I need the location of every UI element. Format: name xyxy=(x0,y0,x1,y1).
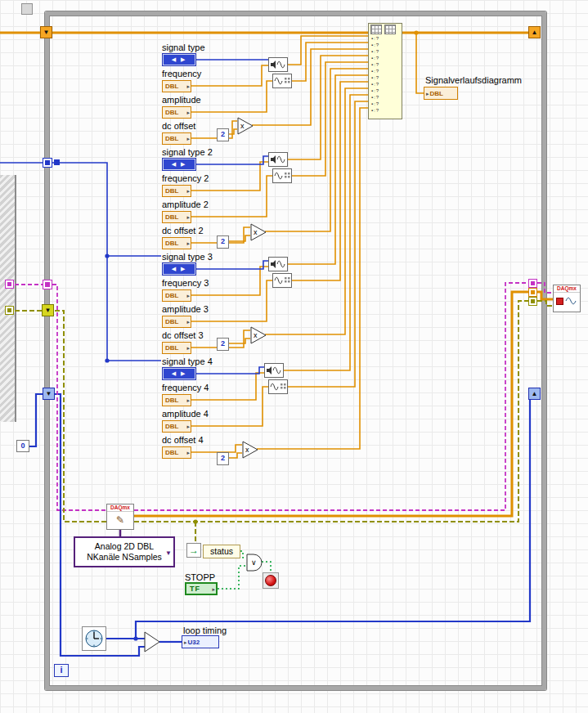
merge-signals-node[interactable] xyxy=(368,23,402,119)
waveform-icon xyxy=(565,296,578,306)
svg-text:x: x xyxy=(254,331,258,339)
error-tunnel[interactable] xyxy=(5,306,14,315)
tick-count-clock[interactable] xyxy=(82,626,106,651)
merge-input-row[interactable] xyxy=(369,81,402,87)
frequency-label: frequency 2 xyxy=(162,173,209,183)
red-square-icon xyxy=(556,298,563,305)
shift-register-right-data[interactable]: ▲ xyxy=(528,26,541,38)
sr-down-icon: ▼ xyxy=(43,29,50,36)
terminal-arrow-icon: ▸ xyxy=(186,345,190,351)
terminal-arrow-icon: ▸ xyxy=(186,136,190,141)
numeric-constant[interactable]: 2 xyxy=(217,452,229,465)
merge-input-row[interactable] xyxy=(369,55,402,61)
task-tunnel[interactable] xyxy=(5,280,14,289)
shift-register-left-timing[interactable]: ▼ xyxy=(43,388,55,400)
loop-condition-terminal[interactable] xyxy=(263,572,279,589)
structure-fragment xyxy=(21,3,33,15)
amplitude-terminal[interactable]: DBL▸ xyxy=(162,211,191,223)
simulate-signal-icon[interactable] xyxy=(268,257,288,271)
chart-terminal[interactable]: ▸DBL xyxy=(424,87,458,100)
simulate-signal-icon[interactable] xyxy=(268,57,288,72)
dc-offset-terminal[interactable]: DBL▸ xyxy=(162,446,191,459)
amplitude-terminal[interactable]: DBL▸ xyxy=(162,420,191,433)
simulate-signal-icon[interactable] xyxy=(272,273,292,288)
dc-offset-terminal[interactable]: DBL▸ xyxy=(162,237,191,249)
sr-up-icon: ▲ xyxy=(532,29,538,36)
signal-type-label: signal type 3 xyxy=(162,252,213,262)
init-constant[interactable]: 0 xyxy=(16,440,29,452)
merge-input-row[interactable] xyxy=(369,101,402,107)
enum-arrows-icon: ◀ ▶ xyxy=(164,159,195,169)
merge-input-row[interactable] xyxy=(369,74,402,81)
frequency-terminal[interactable]: DBL▸ xyxy=(162,185,191,197)
merge-input-row[interactable] xyxy=(369,42,402,48)
iteration-terminal[interactable]: i xyxy=(54,664,69,677)
merge-input-row[interactable] xyxy=(369,87,402,94)
error-tunnel-right[interactable] xyxy=(528,297,537,306)
frequency-terminal[interactable]: DBL▸ xyxy=(162,80,191,92)
amplitude-label: amplitude 4 xyxy=(162,409,209,419)
sr-up-icon: ▲ xyxy=(532,391,538,397)
simulate-signal-icon[interactable] xyxy=(272,168,292,183)
error-status-node[interactable]: → xyxy=(186,543,201,558)
terminal-arrow-icon: ▸ xyxy=(186,397,190,403)
multiply-node[interactable]: x xyxy=(237,117,254,135)
adjacent-structure[interactable] xyxy=(0,175,16,422)
stop-boolean-terminal[interactable]: TF▸ xyxy=(185,582,218,595)
simulate-signal-icon[interactable] xyxy=(268,152,288,167)
merge-input-row[interactable] xyxy=(369,107,402,114)
daqmx-read-node[interactable]: DAQmx ✎ xyxy=(106,504,134,530)
shift-register-left-error[interactable]: ▼ xyxy=(42,304,54,316)
data-tunnel-right[interactable] xyxy=(528,288,537,297)
daqmx-instance-selector[interactable]: Analog 2D DBL NKanäle NSamples ▼ xyxy=(74,536,175,567)
frequency-terminal[interactable]: DBL▸ xyxy=(162,289,191,302)
amplitude-terminal[interactable]: DBL▸ xyxy=(162,316,191,328)
merge-input-row[interactable] xyxy=(369,68,402,74)
while-loop[interactable] xyxy=(45,11,546,690)
subtract-node[interactable] xyxy=(143,630,163,653)
simulate-signal-icon[interactable] xyxy=(268,379,288,394)
shift-register-left-data[interactable]: ▼ xyxy=(40,26,52,38)
merge-input-row[interactable] xyxy=(369,48,402,55)
task-tunnel-right[interactable] xyxy=(528,279,537,288)
signal-type-terminal[interactable]: ◀ ▶ xyxy=(162,367,196,380)
task-tunnel-left[interactable] xyxy=(43,280,52,289)
signal-type-label: signal type 2 xyxy=(162,147,213,157)
daqmx-write-node[interactable]: DAQmx xyxy=(553,285,581,312)
frequency-label: frequency 3 xyxy=(162,278,209,288)
dc-offset-terminal[interactable]: DBL▸ xyxy=(162,342,191,354)
signal-type-terminal[interactable]: ◀ ▶ xyxy=(162,53,196,66)
dc-offset-label: dc offset 2 xyxy=(162,226,204,235)
terminal-arrow-icon: ▸ xyxy=(186,293,190,298)
numeric-constant[interactable]: 2 xyxy=(217,235,229,249)
merge-input-row[interactable] xyxy=(369,35,402,42)
simulate-signal-icon[interactable] xyxy=(272,74,292,88)
signal-type-terminal[interactable]: ◀ ▶ xyxy=(162,262,196,276)
signal-type-tunnel[interactable] xyxy=(43,158,52,168)
amplitude-terminal[interactable]: DBL▸ xyxy=(162,106,191,119)
enum-arrows-icon: ◀ ▶ xyxy=(164,369,195,379)
signal-type-terminal[interactable]: ◀ ▶ xyxy=(162,158,196,171)
merge-input-row[interactable] xyxy=(369,94,402,101)
multiply-node[interactable]: x xyxy=(242,441,258,459)
loop-timing-terminal[interactable]: ▸U32 xyxy=(182,635,219,648)
multiply-node[interactable]: x xyxy=(250,223,267,241)
multiply-node[interactable]: x xyxy=(250,326,267,344)
merge-node-rows xyxy=(369,35,402,114)
frequency-terminal[interactable]: DBL▸ xyxy=(162,394,191,406)
terminal-arrow-icon: ▸ xyxy=(186,319,190,325)
terminal-arrow-icon: ▸ xyxy=(184,639,187,645)
or-gate[interactable]: ∨ xyxy=(245,553,265,572)
dc-offset-terminal[interactable]: DBL▸ xyxy=(162,132,191,145)
dc-offset-label: dc offset xyxy=(162,121,195,131)
numeric-constant[interactable]: 2 xyxy=(217,128,229,141)
svg-text:x: x xyxy=(240,122,245,130)
simulate-signal-icon[interactable] xyxy=(264,363,284,378)
signal-type-label: signal type xyxy=(162,43,205,52)
amplitude-label: amplitude 3 xyxy=(162,304,209,314)
amplitude-label: amplitude 2 xyxy=(162,200,209,209)
dc-offset-label: dc offset 3 xyxy=(162,330,204,340)
merge-input-row[interactable] xyxy=(369,61,402,68)
numeric-constant[interactable]: 2 xyxy=(217,338,229,351)
shift-register-right-timing[interactable]: ▲ xyxy=(528,388,541,400)
